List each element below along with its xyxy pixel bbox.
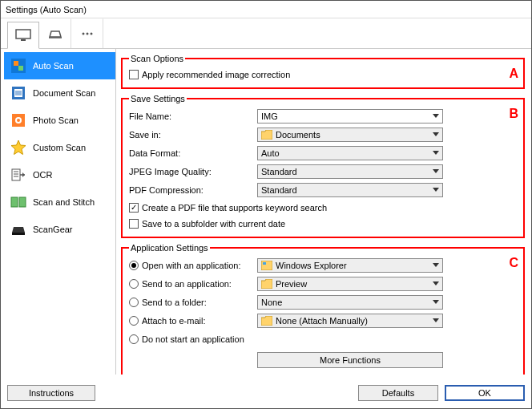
scanner-icon (47, 27, 63, 40)
folder-icon (261, 130, 272, 140)
chevron-down-icon (429, 165, 442, 178)
chevron-down-icon (429, 259, 442, 272)
monitor-icon (15, 29, 31, 42)
star-icon (10, 140, 26, 156)
sidebar-item-auto-scan[interactable]: Auto Scan (4, 52, 115, 79)
pdf-compression-label: PDF Compression: (129, 185, 257, 195)
tab-scan-from-computer[interactable] (7, 22, 39, 49)
attach-email-combo[interactable]: None (Attach Manually) (257, 314, 443, 328)
data-format-label: Data Format: (129, 148, 257, 158)
sidebar-item-label: ScanGear (33, 225, 73, 234)
apply-correction-label: Apply recommended image correction (142, 70, 290, 79)
save-in-label: Save in: (129, 130, 257, 140)
svg-rect-24 (19, 197, 26, 207)
main-panel: Scan Options A Apply recommended image c… (116, 49, 531, 375)
save-settings-legend: Save Settings (129, 94, 187, 103)
file-name-label: File Name: (129, 111, 257, 121)
jpeg-quality-combo[interactable]: Standard (257, 164, 443, 179)
sidebar-item-label: Photo Scan (33, 115, 79, 125)
radio-icon (129, 298, 139, 307)
data-format-value: Auto (261, 148, 280, 158)
svg-rect-8 (18, 66, 23, 71)
save-settings-group: Save Settings B File Name: IMG Save in: (121, 94, 525, 238)
sidebar-item-label: Scan and Stitch (33, 197, 95, 207)
svg-rect-18 (12, 169, 20, 180)
tab-scan-from-device[interactable] (39, 18, 71, 48)
sidebar-item-ocr[interactable]: OCR (4, 161, 115, 188)
ok-button[interactable]: OK (445, 385, 525, 401)
tab-more[interactable] (71, 18, 103, 48)
svg-marker-29 (433, 169, 439, 173)
attach-email-value: None (Attach Manually) (276, 316, 368, 326)
create-pdf-keyword-checkbox[interactable]: ✓ Create a PDF file that supports keywor… (129, 200, 517, 216)
chevron-down-icon (429, 314, 442, 327)
defaults-button[interactable]: Defaults (358, 385, 438, 401)
open-with-radio[interactable]: Open with an application: (129, 257, 257, 273)
file-name-combo[interactable]: IMG (257, 109, 443, 124)
open-with-value: Windows Explorer (276, 261, 347, 270)
checkbox-icon (129, 70, 139, 79)
checkbox-icon (129, 219, 139, 229)
svg-point-5 (90, 33, 92, 35)
svg-rect-31 (261, 261, 272, 270)
sidebar: Auto Scan Document Scan Photo Scan Custo… (1, 49, 116, 375)
save-subfolder-checkbox[interactable]: Save to a subfolder with current date (129, 216, 517, 232)
pdf-compression-combo[interactable]: Standard (257, 183, 443, 197)
chevron-down-icon (429, 110, 442, 123)
svg-rect-32 (263, 262, 266, 265)
svg-marker-26 (433, 114, 439, 118)
sidebar-item-label: Auto Scan (33, 61, 74, 71)
jpeg-quality-value: Standard (261, 167, 297, 176)
scangear-icon (10, 221, 26, 237)
instructions-button[interactable]: Instructions (7, 385, 95, 401)
save-subfolder-label: Save to a subfolder with current date (142, 219, 285, 229)
sidebar-item-scangear[interactable]: ScanGear (4, 216, 115, 243)
svg-marker-36 (433, 318, 439, 322)
folder-icon (261, 279, 272, 289)
send-to-folder-label: Send to a folder: (142, 298, 207, 307)
svg-rect-0 (16, 30, 30, 38)
save-in-value: Documents (276, 130, 320, 140)
chevron-down-icon (429, 128, 442, 141)
svg-rect-25 (12, 233, 25, 235)
open-with-combo[interactable]: Windows Explorer (257, 258, 443, 273)
open-with-label: Open with an application: (142, 261, 241, 270)
sidebar-item-scan-and-stitch[interactable]: Scan and Stitch (4, 188, 115, 216)
apply-correction-checkbox[interactable]: Apply recommended image correction (129, 67, 517, 83)
attach-email-radio[interactable]: Attach to e-mail: (129, 313, 257, 329)
jpeg-quality-label: JPEG Image Quality: (129, 167, 257, 176)
more-functions-button[interactable]: More Functions (257, 352, 443, 368)
send-to-folder-combo[interactable]: None (257, 295, 443, 310)
svg-marker-30 (433, 188, 439, 192)
data-format-combo[interactable]: Auto (257, 146, 443, 160)
create-pdf-label: Create a PDF file that supports keyword … (142, 203, 327, 213)
send-to-app-combo[interactable]: Preview (257, 277, 443, 291)
svg-marker-27 (433, 132, 439, 136)
toolbar (1, 18, 531, 49)
checkbox-icon: ✓ (129, 203, 139, 213)
sidebar-item-custom-scan[interactable]: Custom Scan (4, 134, 115, 161)
sidebar-item-document-scan[interactable]: Document Scan (4, 79, 115, 107)
content-area: Auto Scan Document Scan Photo Scan Custo… (1, 49, 531, 375)
stitch-icon (10, 194, 26, 210)
footer: Instructions Defaults OK (1, 378, 531, 408)
settings-window: Settings (Auto Scan) Auto Sca (0, 0, 532, 409)
chevron-down-icon (429, 147, 442, 160)
save-in-combo[interactable]: Documents (257, 128, 443, 142)
svg-rect-7 (14, 61, 18, 66)
radio-icon (129, 261, 139, 270)
send-to-app-radio[interactable]: Send to an application: (129, 276, 257, 292)
sidebar-item-photo-scan[interactable]: Photo Scan (4, 107, 115, 134)
svg-point-3 (82, 33, 84, 35)
chevron-down-icon (429, 184, 442, 196)
svg-marker-35 (433, 300, 439, 304)
annotation-a: A (509, 67, 518, 81)
application-settings-legend: Application Settings (129, 243, 210, 253)
send-to-app-label: Send to an application: (142, 279, 232, 289)
send-to-app-value: Preview (276, 279, 307, 289)
send-to-folder-radio[interactable]: Send to a folder: (129, 294, 257, 310)
do-not-start-radio[interactable]: Do not start an application (129, 331, 257, 347)
dots-icon (79, 27, 95, 40)
window-title: Settings (Auto Scan) (1, 1, 531, 18)
chevron-down-icon (429, 277, 442, 290)
